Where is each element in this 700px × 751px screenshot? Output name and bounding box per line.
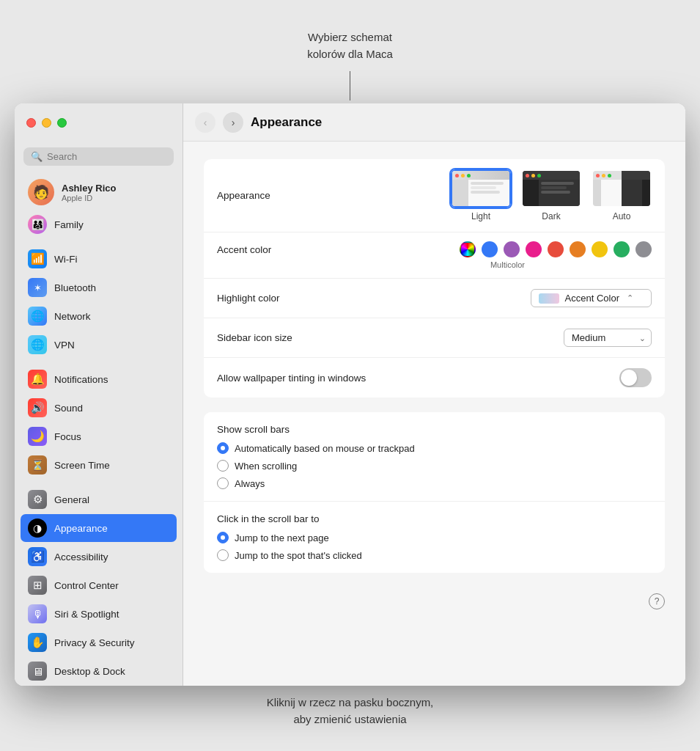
sidebar-item-label-accessibility: Accessibility [54,552,108,563]
click-spot-radio[interactable] [217,549,229,561]
scroll-scrolling-label: When scrolling [235,461,297,472]
scroll-bars-section: Show scroll bars Automatically based on … [204,412,665,573]
sidebar-item-label-bluetooth: Bluetooth [54,282,96,293]
wallpaper-tinting-toggle[interactable] [619,368,652,387]
privacy-icon: ✋ [28,633,47,652]
appearance-row: Appearance [204,159,665,232]
sidebar-item-label-desktop: Desktop & Dock [54,666,125,677]
window: 🔍 🧑 Ashley Rico Apple ID 👨‍👩‍👧 Family [15,103,685,686]
annotation-top: Wybierz schemat kolorów dla Maca [307,29,393,62]
scroll-auto-radio[interactable] [217,442,229,454]
scroll-scrolling-radio[interactable] [217,460,229,472]
scroll-bars-title: Show scroll bars [217,424,652,435]
click-next-page-radio[interactable] [217,532,229,543]
toggle-knob [621,370,637,386]
sidebar-item-privacy[interactable]: ✋ Privacy & Security [21,629,177,656]
sidebar-item-general[interactable]: ⚙ General [21,486,177,513]
sidebar-icon-size-label: Sidebar icon size [217,332,364,343]
highlight-color-value: Accent Color [565,293,619,304]
sidebar-item-vpn[interactable]: 🌐 VPN [21,331,177,359]
maximize-button[interactable] [57,118,67,128]
accent-dot-green[interactable] [614,241,630,257]
sidebar-item-controlcenter[interactable]: ⊞ Control Center [21,571,177,599]
sidebar-item-label-notifications: Notifications [54,374,108,385]
search-input[interactable] [47,151,166,162]
sidebar-item-focus[interactable]: 🌙 Focus [21,422,177,450]
sidebar-item-siri[interactable]: 🎙 Siri & Spotlight [21,600,177,628]
sidebar-item-desktop[interactable]: 🖥 Desktop & Dock [21,657,177,685]
accent-color-row: Accent color Mul [204,232,665,279]
sidebar-item-family[interactable]: 👨‍👩‍👧 Family [21,210,177,238]
accent-multicolor-label: Multicolor [490,260,525,269]
accent-dot-purple[interactable] [504,241,520,257]
highlight-color-button[interactable]: Accent Color ⌃ [531,289,652,307]
sidebar-item-screentime[interactable]: ⏳ Screen Time [21,451,177,479]
scroll-scrolling-option[interactable]: When scrolling [217,460,652,472]
accent-dot-red[interactable] [548,241,564,257]
accent-dot-yellow[interactable] [592,241,608,257]
annotation-bottom: Kliknij w rzecz na pasku bocznym, aby zm… [267,695,434,728]
search-bar[interactable]: 🔍 [23,147,174,166]
profile-subtitle: Apple ID [62,194,116,202]
appearance-option-light[interactable]: Light [451,169,511,221]
appearance-row-control: Light [364,169,652,221]
appearance-thumb-dark [521,169,581,208]
highlight-color-label: Highlight color [217,293,364,304]
accent-colors-row [460,241,652,257]
appearance-thumb-light [451,169,511,208]
appearance-option-dark[interactable]: Dark [521,169,581,221]
appearance-icon: ◑ [28,519,47,538]
sidebar-item-notifications[interactable]: 🔔 Notifications [21,365,177,393]
main-titlebar: ‹ › Appearance [183,103,685,142]
screentime-icon: ⏳ [28,455,47,475]
sound-icon: 🔊 [28,398,47,417]
appearance-label-auto: Auto [613,211,631,221]
sidebar-item-label-network: Network [54,311,91,322]
highlight-color-row: Highlight color Accent Color ⌃ [204,279,665,318]
sidebar-icon-size-select[interactable]: Small Medium Large [564,329,652,347]
click-spot-option[interactable]: Jump to the spot that's clicked [217,549,652,561]
highlight-color-control: Accent Color ⌃ [364,289,652,307]
page-title: Appearance [251,115,322,130]
sidebar-item-network[interactable]: 🌐 Network [21,302,177,330]
general-icon: ⚙ [28,490,47,509]
forward-button[interactable]: › [223,112,243,133]
scroll-always-option[interactable]: Always [217,477,652,489]
network-icon: 🌐 [28,307,47,326]
sidebar-item-label-privacy: Privacy & Security [54,637,135,648]
content-area: Appearance [183,142,685,686]
sidebar-item-label-controlcenter: Control Center [54,580,119,591]
sidebar-item-bluetooth[interactable]: ✶ Bluetooth [21,274,177,301]
accent-dot-blue[interactable] [482,241,498,257]
sidebar-item-label-wifi: Wi-Fi [54,254,77,265]
accent-dot-graphite[interactable] [635,241,652,257]
appearance-row-label: Appearance [217,190,364,201]
vpn-icon: 🌐 [28,335,47,354]
accent-color-label: Accent color [217,241,364,255]
close-button[interactable] [26,118,36,128]
back-button[interactable]: ‹ [195,112,215,133]
click-next-page-label: Jump to the next page [235,532,329,543]
scroll-always-radio[interactable] [217,477,229,489]
sidebar-item-appleid[interactable]: 🧑 Ashley Rico Apple ID [21,175,177,210]
accent-dot-pink[interactable] [526,241,542,257]
minimize-button[interactable] [42,118,51,128]
appearance-thumb-auto [592,169,652,208]
click-next-page-option[interactable]: Jump to the next page [217,532,652,543]
sidebar-item-appearance[interactable]: ◑ Appearance [21,514,177,542]
scroll-bars-group: Show scroll bars Automatically based on … [204,412,665,501]
focus-icon: 🌙 [28,427,47,446]
siri-icon: 🎙 [28,604,47,623]
accent-dot-multicolor[interactable] [460,241,476,257]
accent-dot-orange[interactable] [570,241,586,257]
appearance-section: Appearance [204,159,665,398]
sidebar-item-accessibility[interactable]: ♿ Accessibility [21,543,177,571]
sidebar-item-wifi[interactable]: 📶 Wi-Fi [21,245,177,273]
notifications-icon: 🔔 [28,370,47,389]
appearance-option-auto[interactable]: Auto [592,169,652,221]
help-button[interactable]: ? [649,593,665,609]
sidebar-item-sound[interactable]: 🔊 Sound [21,394,177,422]
scroll-auto-option[interactable]: Automatically based on mouse or trackpad [217,442,652,454]
sidebar-icon-size-control: Small Medium Large [364,329,652,347]
sidebar-item-label-siri: Siri & Spotlight [54,609,119,620]
